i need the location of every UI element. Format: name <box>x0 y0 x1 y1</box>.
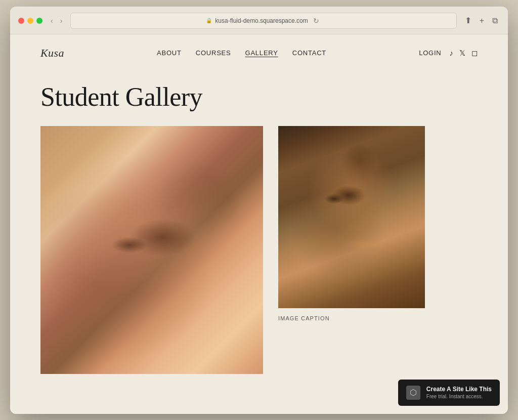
traffic-light-maximize[interactable] <box>36 18 42 24</box>
squarespace-banner[interactable]: ⬡ Create A Site Like This Free trial. In… <box>398 380 500 406</box>
tiktok-icon[interactable]: ♪ <box>449 49 453 57</box>
traffic-light-close[interactable] <box>18 18 24 24</box>
squarespace-banner-title: Create A Site Like This <box>426 386 492 394</box>
site-nav: Kusa ABOUT COURSES GALLERY CONTACT LOGIN… <box>10 34 508 72</box>
browser-window: ‹ › 🔒 kusa-fluid-demo.squarespace.com ↻ … <box>10 7 508 414</box>
gallery-image-right[interactable] <box>278 126 425 308</box>
traffic-light-minimize[interactable] <box>27 18 33 24</box>
gallery-title: Student Gallery <box>40 82 478 112</box>
portrait-left-image <box>40 126 263 374</box>
site-logo[interactable]: Kusa <box>40 47 64 60</box>
nav-link-gallery[interactable]: GALLERY <box>245 49 278 57</box>
social-icons: ♪ 𝕏 ◻ <box>449 49 478 58</box>
instagram-icon[interactable]: ◻ <box>471 49 478 58</box>
lock-icon: 🔒 <box>206 18 212 23</box>
share-button[interactable]: ⬆ <box>463 15 473 26</box>
new-tab-button[interactable]: + <box>478 15 486 26</box>
reload-button[interactable]: ↻ <box>311 16 321 26</box>
nav-link-contact[interactable]: CONTACT <box>292 49 326 57</box>
gallery-section: Student Gallery IMAGE CAPTION <box>10 72 508 394</box>
squarespace-banner-text: Create A Site Like This Free trial. Inst… <box>426 386 492 400</box>
squarespace-banner-subtitle: Free trial. Instant access. <box>426 394 492 399</box>
nav-links: ABOUT COURSES GALLERY CONTACT <box>157 49 326 57</box>
gallery-grid: IMAGE CAPTION <box>40 126 478 374</box>
image-caption: IMAGE CAPTION <box>278 312 478 324</box>
nav-link-about[interactable]: ABOUT <box>157 49 182 57</box>
squarespace-logo: ⬡ <box>406 386 420 400</box>
nav-link-courses[interactable]: COURSES <box>196 49 231 57</box>
browser-back-button[interactable]: ‹ <box>49 16 55 25</box>
gallery-image-left[interactable] <box>40 126 263 374</box>
login-link[interactable]: LOGIN <box>419 49 441 57</box>
portrait-right-image <box>278 126 425 308</box>
browser-nav-controls: ‹ › <box>49 16 64 25</box>
browser-chrome: ‹ › 🔒 kusa-fluid-demo.squarespace.com ↻ … <box>10 7 508 34</box>
browser-forward-button[interactable]: › <box>58 16 65 25</box>
page-content: Kusa ABOUT COURSES GALLERY CONTACT LOGIN… <box>10 34 508 414</box>
traffic-lights <box>18 18 42 24</box>
url-text: kusa-fluid-demo.squarespace.com <box>215 17 308 24</box>
duplicate-tab-button[interactable]: ⧉ <box>490 15 500 26</box>
gallery-right-col: IMAGE CAPTION <box>278 126 478 324</box>
twitter-icon[interactable]: 𝕏 <box>459 49 465 58</box>
browser-action-buttons: ⬆ + ⧉ <box>463 15 500 26</box>
squarespace-logo-glyph: ⬡ <box>410 388 417 397</box>
nav-right: LOGIN ♪ 𝕏 ◻ <box>419 49 478 58</box>
address-bar[interactable]: 🔒 kusa-fluid-demo.squarespace.com ↻ <box>70 13 456 29</box>
